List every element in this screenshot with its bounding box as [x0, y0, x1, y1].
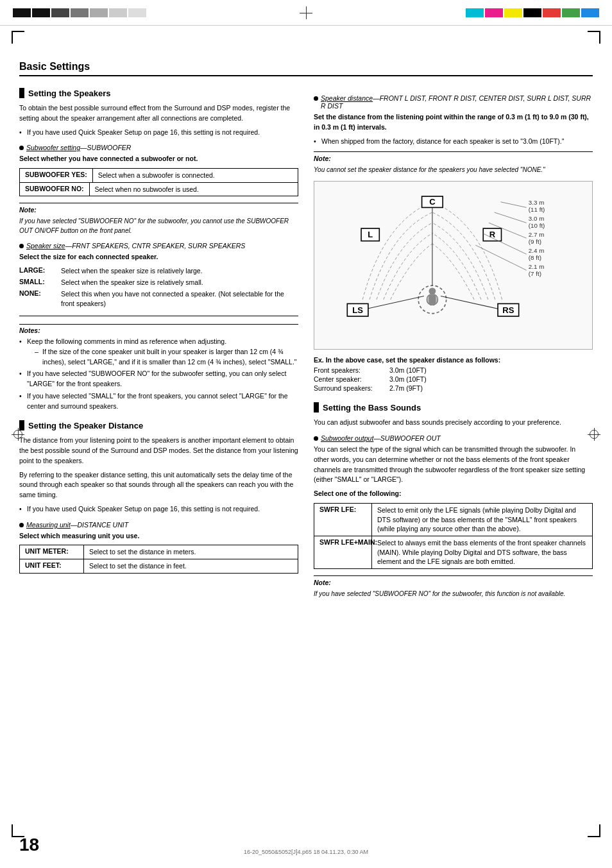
ex-center-key: Center speaker:	[314, 375, 384, 383]
speaker-distance-note: Note: You cannot set the speaker distanc…	[314, 151, 593, 174]
bar-1	[13, 8, 31, 17]
swfr-lfe-row: SWFR LFE: Select to emit only the LFE si…	[314, 504, 592, 536]
subwoofer-note-text: If you have selected "SUBWOOFER NO" for …	[19, 216, 298, 235]
svg-point-2	[429, 288, 436, 295]
svg-line-31	[475, 245, 526, 270]
speaker-distance-label-text: Speaker distance	[321, 94, 373, 102]
speaker-size-notes-title: Notes:	[19, 324, 298, 334]
svg-text:2.1 m: 2.1 m	[529, 263, 544, 270]
bar-dark	[523, 8, 541, 17]
ex-front-speakers: Front speakers: 3.0m (10FT)	[314, 366, 593, 374]
section-bass-title: Setting the Bass Sounds	[323, 403, 421, 413]
bar-red	[543, 8, 561, 17]
speaker-size-notes: Notes: Keep the following comments in mi…	[19, 316, 298, 411]
swfr-lfe-val: Select to emit only the LFE signals (whi…	[372, 504, 592, 536]
subwoofer-option-no: SUBWOOFER NO: Select when no subwoofer i…	[20, 183, 298, 196]
size-none-row: NONE: Select this when you have not conn…	[19, 289, 298, 310]
top-bar	[0, 0, 612, 26]
ex-surround-val: 2.7m (9FT)	[389, 384, 423, 392]
swfr-lfe-key: SWFR LFE:	[314, 504, 372, 536]
svg-line-30	[482, 234, 526, 255]
section-bar-icon	[19, 88, 24, 98]
color-bars-right	[466, 8, 599, 17]
section-bass-header: Setting the Bass Sounds	[314, 402, 593, 413]
svg-text:C: C	[429, 197, 436, 207]
svg-text:2.4 m: 2.4 m	[529, 247, 544, 254]
subwoofer-yes-val: Select when a subwoofer is connected.	[93, 169, 220, 182]
svg-line-28	[495, 212, 527, 223]
measuring-unit-table: UNIT METER: Select to set the distance i…	[19, 545, 298, 573]
speaker-size-label: Speaker size—FRNT SPEAKERS, CNTR SPEAKER…	[26, 242, 245, 250]
svg-text:3.3 m: 3.3 m	[529, 199, 544, 206]
svg-text:(8 ft): (8 ft)	[529, 254, 541, 261]
footer-line: 16-20_5050&5052[J]4.p65 18 04.11.23, 0:3…	[244, 849, 368, 855]
section-distance-header: Setting the Speaker Distance	[19, 420, 298, 430]
speaker-diagram: C L R LS RS 3.3 m (11 ft)	[314, 181, 593, 350]
svg-text:3.0 m: 3.0 m	[529, 215, 544, 222]
size-large-row: LARGE: Select when the speaker size is r…	[19, 266, 298, 277]
svg-text:L: L	[368, 230, 373, 239]
feature-dot-size	[19, 244, 24, 248]
subwoofer-option-yes: SUBWOOFER YES: Select when a subwoofer i…	[20, 169, 298, 183]
svg-text:2.7 m: 2.7 m	[529, 231, 544, 238]
subwoofer-label: Subwoofer setting—SUBWOOFER	[26, 144, 131, 151]
subwoofer-yes-key: SUBWOOFER YES:	[20, 169, 93, 182]
bar-2	[32, 8, 50, 17]
size-large-key: LARGE:	[19, 266, 55, 274]
size-large-val: Select when the speaker size is relative…	[61, 266, 203, 277]
bar-6	[109, 8, 127, 17]
speaker-size-feature-heading: Speaker size—FRNT SPEAKERS, CNTR SPEAKER…	[19, 242, 298, 250]
subwoofer-output-heading: Subwoofer output—SUBWOOFER OUT	[314, 434, 593, 442]
bass-note-text: If you have selected "SUBWOOFER NO" for …	[314, 589, 593, 599]
ex-center-speaker: Center speaker: 3.0m (10FT)	[314, 375, 593, 383]
page-content: Basic Settings Setting the Speakers To o…	[0, 26, 612, 629]
subwoofer-note-title: Note:	[19, 206, 298, 214]
subwoofer-no-key: SUBWOOFER NO:	[20, 183, 90, 196]
swfr-out-label-text: Subwoofer output	[321, 434, 373, 442]
subwoofer-feature-heading: Subwoofer setting—SUBWOOFER	[19, 144, 298, 151]
bar-blue	[581, 8, 599, 17]
size-small-key: SMALL:	[19, 278, 55, 285]
size-note-1: Keep the following comments in mind as r…	[19, 337, 298, 367]
subwoofer-output-label: Subwoofer output—SUBWOOFER OUT	[321, 434, 441, 442]
ex-surround-key: Surround speakers:	[314, 384, 384, 392]
svg-line-27	[500, 202, 526, 208]
left-column: Setting the Speakers To obtain the best …	[19, 88, 298, 604]
bar-5	[90, 8, 108, 17]
unit-feet-val: Select to set the distance in feet.	[84, 559, 192, 573]
subwoofer-no-val: Select when no subwoofer is used.	[90, 183, 204, 196]
bar-3	[51, 8, 69, 17]
feature-dot-speaker-dist	[314, 96, 318, 101]
ex-label: Ex. In the above case, set the speaker d…	[314, 356, 593, 364]
unit-feet-key: UNIT FEET:	[20, 559, 84, 573]
swfr-lfe-main-key: SWFR LFE+MAIN:	[314, 536, 372, 568]
svg-text:RS: RS	[502, 305, 514, 315]
feature-dot-swfr-out	[314, 436, 318, 441]
section-speakers-title: Setting the Speakers	[28, 89, 111, 98]
swfr-out-desc: You can select the type of the signal wh…	[314, 445, 593, 485]
bass-note: Note: If you have selected "SUBWOOFER NO…	[314, 575, 593, 599]
size-small-row: SMALL: Select when the speaker size is r…	[19, 278, 298, 288]
swfr-options-table: SWFR LFE: Select to emit only the LFE si…	[314, 503, 593, 569]
distance-intro1: The distance from your listening point t…	[19, 436, 298, 466]
subwoofer-note: Note: If you have selected "SUBWOOFER NO…	[19, 203, 298, 235]
unit-feet-row: UNIT FEET: Select to set the distance in…	[20, 559, 298, 573]
bass-note-title: Note:	[314, 579, 593, 586]
section-speakers-header: Setting the Speakers	[19, 88, 298, 98]
corner-bottom-right	[588, 824, 600, 837]
feature-dot-subwoofer	[19, 146, 24, 150]
ex-table: Front speakers: 3.0m (10FT) Center speak…	[314, 366, 593, 392]
ex-surround-speakers: Surround speakers: 2.7m (9FT)	[314, 384, 593, 392]
two-column-layout: Setting the Speakers To obtain the best …	[19, 88, 593, 604]
measuring-unit-desc: Select which measuring unit you use.	[19, 531, 298, 541]
size-small-val: Select when the speaker size is relative…	[61, 278, 203, 288]
speaker-size-desc: Select the size for each connected speak…	[19, 252, 298, 262]
speaker-diagram-svg: C L R LS RS 3.3 m (11 ft)	[321, 188, 586, 341]
subwoofer-label-text: Subwoofer setting	[26, 144, 80, 151]
bar-7	[128, 8, 146, 17]
unit-meter-key: UNIT METER:	[20, 545, 84, 559]
speaker-dist-note-title: Note:	[314, 155, 593, 162]
color-bars-left	[13, 8, 146, 17]
svg-rect-3	[429, 295, 436, 305]
speaker-distance-bullet: When shipped from the factory, distance …	[314, 137, 593, 147]
